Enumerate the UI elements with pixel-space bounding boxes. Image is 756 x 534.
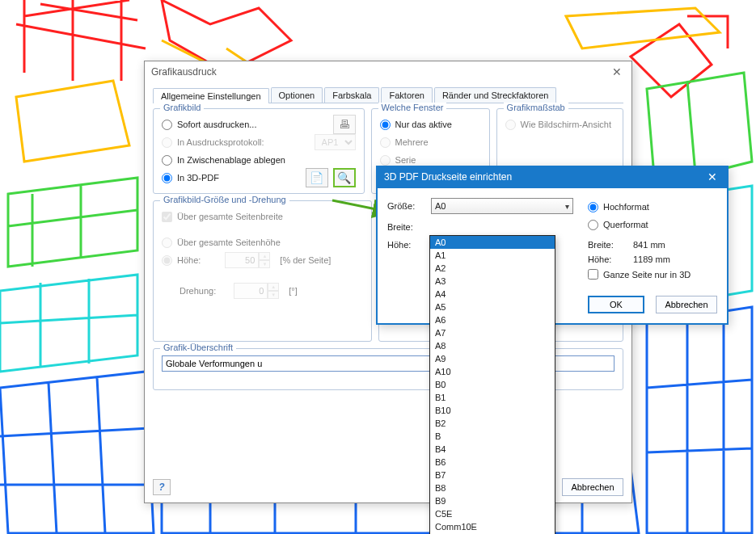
tab-margins[interactable]: Ränder und Streckfaktoren bbox=[434, 87, 556, 103]
size-option[interactable]: B7 bbox=[430, 469, 555, 481]
radio-height-pct bbox=[162, 255, 172, 266]
pdf-icon[interactable]: 📄 bbox=[306, 168, 328, 187]
size-option[interactable]: B bbox=[430, 430, 555, 443]
size-option[interactable]: A2 bbox=[430, 262, 555, 275]
size-option[interactable]: A10 bbox=[430, 365, 555, 378]
close-button[interactable]: ✕ bbox=[609, 61, 625, 82]
size-option[interactable]: A1 bbox=[430, 249, 555, 262]
size-option[interactable]: A0 bbox=[430, 236, 555, 249]
tab-colorscale[interactable]: Farbskala bbox=[324, 87, 379, 103]
group-title-fenster: Welche Fenster bbox=[378, 103, 447, 112]
size-option[interactable]: B1 bbox=[430, 391, 555, 404]
custom-width-label: Breite: bbox=[387, 222, 431, 232]
size-option[interactable]: Comm10E bbox=[430, 520, 555, 533]
custom-height-label: Höhe: bbox=[387, 240, 431, 250]
size-option[interactable]: A5 bbox=[430, 301, 555, 313]
height-value: 1189 mm bbox=[633, 254, 670, 264]
size-option[interactable]: C5E bbox=[430, 507, 555, 520]
radio-protocol bbox=[162, 137, 172, 148]
tab-general[interactable]: Allgemeine Einstellungen bbox=[153, 88, 269, 103]
pdf-dialog-title: 3D PDF Druckseite einrichten bbox=[384, 171, 512, 183]
help-button[interactable]: ? bbox=[153, 479, 171, 495]
size-option[interactable]: B8 bbox=[430, 481, 555, 494]
radio-clipboard[interactable] bbox=[162, 155, 172, 166]
size-option[interactable]: B4 bbox=[430, 443, 555, 456]
rotation-input bbox=[234, 283, 268, 299]
printer-icon: 🖶 bbox=[333, 115, 356, 134]
size-combobox[interactable]: A0 bbox=[431, 198, 573, 214]
cancel-button-main[interactable]: Abbrechen bbox=[562, 478, 623, 496]
size-option[interactable]: B2 bbox=[430, 417, 555, 430]
radio-full-height bbox=[162, 238, 172, 248]
size-option[interactable]: A3 bbox=[430, 275, 555, 288]
check-full-width bbox=[162, 212, 172, 222]
radio-print-now[interactable] bbox=[162, 120, 172, 130]
size-option[interactable]: B0 bbox=[430, 378, 555, 391]
height-input bbox=[225, 252, 259, 268]
size-option[interactable]: A8 bbox=[430, 339, 555, 352]
group-title-size: Grafikbild-Größe und -Drehung bbox=[160, 195, 289, 204]
size-label: Größe: bbox=[387, 201, 431, 211]
cancel-button-pdf[interactable]: Abbrechen bbox=[656, 296, 717, 313]
tab-strip: Allgemeine Einstellungen Optionen Farbsk… bbox=[153, 87, 623, 103]
size-option[interactable]: A9 bbox=[430, 352, 555, 365]
ok-button-pdf[interactable]: OK bbox=[588, 296, 644, 313]
size-option[interactable]: B9 bbox=[430, 494, 555, 507]
group-grafikbild: Grafikbild Sofort ausdrucken... 🖶 In Aus… bbox=[153, 108, 365, 194]
tab-factors[interactable]: Faktoren bbox=[381, 87, 432, 103]
dialog-title: Grafikausdruck bbox=[151, 61, 217, 82]
size-option[interactable]: B6 bbox=[430, 456, 555, 469]
protocol-select: AP1 bbox=[315, 134, 356, 150]
size-option[interactable]: A7 bbox=[430, 326, 555, 339]
radio-active-window[interactable] bbox=[380, 120, 391, 130]
close-button-pdf[interactable]: ✕ bbox=[704, 170, 720, 183]
size-option[interactable]: A6 bbox=[430, 313, 555, 326]
radio-as-screen bbox=[505, 120, 516, 130]
size-option[interactable]: A4 bbox=[430, 288, 555, 301]
tab-options[interactable]: Optionen bbox=[271, 87, 323, 103]
group-size-rotation: Grafikbild-Größe und -Drehung Über gesam… bbox=[153, 200, 372, 342]
size-option[interactable]: B10 bbox=[430, 404, 555, 417]
radio-portrait[interactable] bbox=[588, 202, 598, 212]
group-title-grafikbild: Grafikbild bbox=[160, 103, 204, 112]
group-title-massstab: Grafikmaßstab bbox=[504, 103, 568, 112]
group-title-heading: Grafik-Überschrift bbox=[160, 343, 236, 352]
size-dropdown-list[interactable]: A0A1A2A3A4A5A6A7A8A9A10B0B1B10B2BB4B6B7B… bbox=[429, 235, 555, 534]
width-value: 841 mm bbox=[633, 240, 665, 250]
check-full-page-3d[interactable] bbox=[588, 269, 598, 280]
radio-more-windows bbox=[380, 137, 391, 148]
radio-landscape[interactable] bbox=[588, 220, 598, 230]
radio-3dpdf[interactable] bbox=[162, 173, 172, 183]
page-setup-icon[interactable]: 🔍 bbox=[333, 168, 356, 187]
radio-series bbox=[380, 155, 391, 166]
